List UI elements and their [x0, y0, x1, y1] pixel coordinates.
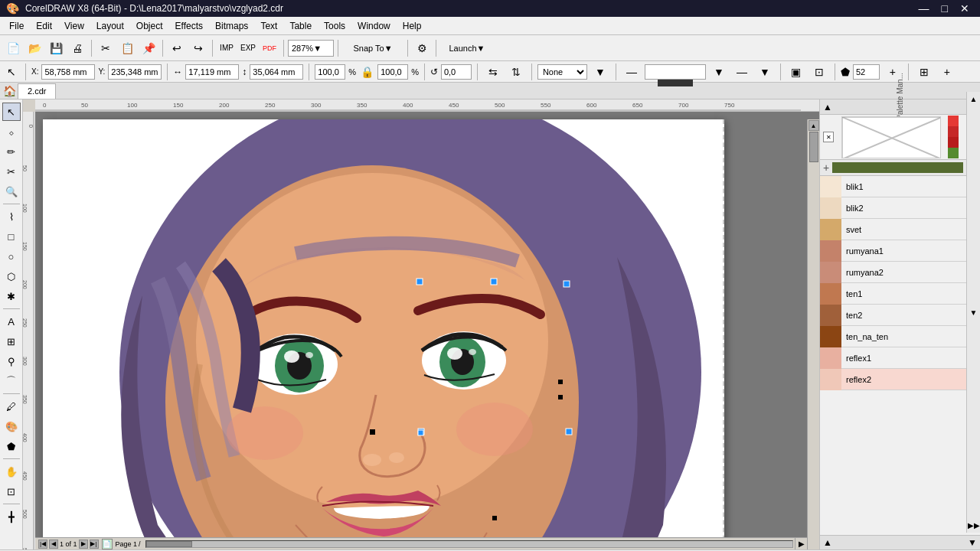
undo-button[interactable]: ↩ — [167, 38, 187, 58]
paste-button[interactable]: 📌 — [139, 38, 158, 58]
behind-fill-button[interactable]: ▣ — [786, 62, 806, 82]
palette-item-svet[interactable]: svet — [820, 219, 980, 240]
node-count-input[interactable] — [853, 64, 880, 80]
import-button[interactable]: IMP — [217, 38, 237, 58]
zoom-dropdown-wrapper[interactable]: 287% ▼ — [288, 40, 334, 57]
menu-window[interactable]: Window — [351, 19, 397, 33]
outline-dropdown[interactable]: None Hair Fine Normal — [537, 64, 587, 80]
w-input[interactable] — [185, 64, 239, 80]
page-next[interactable]: ▶ — [79, 540, 88, 549]
scroll-thumb-v[interactable] — [809, 132, 818, 162]
dimension-tool[interactable]: ⚲ — [2, 352, 21, 370]
scroll-expand[interactable]: ▶ — [795, 538, 807, 550]
selection-tool-prop[interactable]: ↖ — [3, 64, 20, 80]
snap-grid-button[interactable]: + — [937, 62, 957, 82]
shadow-tool[interactable]: ⊡ — [2, 482, 21, 500]
palette-item-blik2[interactable]: blik2 — [820, 197, 980, 219]
maximize-button[interactable]: □ — [937, 2, 952, 15]
mini-swatch-red2[interactable] — [948, 126, 959, 137]
outline-narrow[interactable]: — — [732, 62, 752, 82]
palette-item-rumyana2[interactable]: rumyana2 — [820, 262, 980, 283]
scroll-up[interactable]: ▲ — [808, 120, 819, 131]
outline-options[interactable]: ▼ — [709, 62, 729, 82]
h-scroll-thumb[interactable] — [146, 541, 192, 547]
redo-button[interactable]: ↪ — [188, 38, 208, 58]
scale-x-input[interactable] — [315, 64, 345, 80]
freehand-tool[interactable]: ✏ — [2, 142, 21, 161]
menu-table[interactable]: Table — [283, 19, 318, 33]
star-tool[interactable]: ✱ — [2, 287, 21, 305]
open-button[interactable]: 📂 — [24, 38, 44, 58]
menu-bitmaps[interactable]: Bitmaps — [209, 19, 254, 33]
crop-tool[interactable]: ✂ — [2, 162, 21, 181]
zoom-tool[interactable]: 🔍 — [2, 182, 21, 201]
palette-item-reflex1[interactable]: reflex1 — [820, 347, 980, 369]
h-input[interactable] — [250, 64, 303, 80]
scale-y-input[interactable] — [377, 64, 408, 80]
connector-tool[interactable]: ⌒ — [2, 372, 21, 390]
angle-input[interactable] — [441, 64, 472, 80]
canvas-main[interactable]: ▲ ▼ |◀ ◀ 1 of 1 ▶ ▶| 📄 Page 1 / — [35, 112, 819, 549]
curve-tool[interactable]: ⌇ — [2, 207, 21, 226]
panel-scroll-down[interactable]: ▼ — [968, 537, 977, 548]
outline-tool[interactable]: ✋ — [2, 462, 21, 481]
snap-nodes-button[interactable]: ⊞ — [914, 62, 934, 82]
menu-edit[interactable]: Edit — [30, 19, 58, 33]
mini-swatch-red1[interactable] — [948, 116, 959, 126]
vertical-scrollbar[interactable]: ▲ ▼ — [807, 119, 819, 549]
menu-file[interactable]: File — [3, 19, 30, 33]
menu-tools[interactable]: Tools — [318, 19, 351, 33]
snap-to-button[interactable]: Snap To ▼ — [342, 38, 403, 58]
palette-item-ten1[interactable]: ten1 — [820, 283, 980, 305]
x-input[interactable] — [41, 64, 95, 80]
lock-ratio-button[interactable]: 🔒 — [359, 62, 374, 82]
mini-swatch-red3[interactable] — [948, 137, 959, 148]
add-color-btn[interactable]: + — [823, 161, 829, 174]
y-input[interactable] — [108, 64, 162, 80]
blend-tool[interactable]: ⬟ — [2, 437, 21, 455]
add-tool[interactable]: ╋ — [2, 507, 21, 526]
page-prev[interactable]: ◀ — [49, 540, 58, 549]
palette-item-ten-na-ten[interactable]: ten_na_ten — [820, 326, 980, 347]
shape-tool[interactable]: ⬦ — [2, 122, 21, 141]
select-tool[interactable]: ↖ — [2, 103, 21, 121]
page-last[interactable]: ▶| — [90, 540, 99, 549]
ellipse-tool[interactable]: ○ — [2, 247, 21, 266]
menu-effects[interactable]: Effects — [169, 19, 209, 33]
page-first[interactable]: |◀ — [38, 540, 47, 549]
outline-arrow[interactable]: ▼ — [590, 62, 610, 82]
pdf-button[interactable]: PDF — [260, 38, 279, 58]
palette-item-reflex2[interactable]: reflex2 — [820, 369, 980, 390]
fill-tool[interactable]: 🎨 — [2, 417, 21, 435]
palette-item-ten2[interactable]: ten2 — [820, 305, 980, 326]
outline-wide[interactable]: ▼ — [755, 62, 775, 82]
table-tool[interactable]: ⊞ — [2, 332, 21, 350]
panel-right-up[interactable]: ▲ — [970, 95, 978, 103]
horizontal-scrollbar[interactable]: |◀ ◀ 1 of 1 ▶ ▶| 📄 Page 1 / ▶ — [35, 537, 807, 549]
polygon-tool[interactable]: ⬡ — [2, 267, 21, 285]
panel-scroll-up[interactable]: ▲ — [823, 537, 832, 548]
title-bar-controls[interactable]: — □ ✕ — [914, 2, 974, 15]
flip-h-button[interactable]: ⇆ — [483, 62, 503, 82]
copy-button[interactable]: 📋 — [117, 38, 137, 58]
options-button[interactable]: ⚙ — [412, 38, 432, 58]
panel-right-dn[interactable]: ▼ — [970, 308, 978, 317]
outline-minus[interactable]: — — [622, 62, 642, 82]
doc-tab-active[interactable]: 2.cdr — [18, 83, 56, 99]
menu-text[interactable]: Text — [254, 19, 283, 33]
scale-with-object-button[interactable]: ⊡ — [809, 62, 829, 82]
save-button[interactable]: 💾 — [46, 38, 66, 58]
menu-layout[interactable]: Layout — [90, 19, 130, 33]
eyedropper-tool[interactable]: 🖊 — [2, 397, 21, 416]
palette-item-rumyana1[interactable]: rumyana1 — [820, 240, 980, 262]
print-button[interactable]: 🖨 — [67, 38, 87, 58]
mini-swatch-green1[interactable] — [948, 148, 959, 158]
export-button[interactable]: EXP — [238, 38, 258, 58]
flip-v-button[interactable]: ⇅ — [506, 62, 526, 82]
palette-close-btn[interactable]: ✕ — [823, 132, 834, 142]
minimize-button[interactable]: — — [914, 2, 934, 15]
close-button[interactable]: ✕ — [956, 2, 974, 15]
panel-right-expand[interactable]: ▶▶ — [968, 521, 980, 530]
palette-item-blik1[interactable]: blik1 — [820, 176, 980, 197]
launch-button[interactable]: Launch ▼ — [440, 38, 494, 58]
